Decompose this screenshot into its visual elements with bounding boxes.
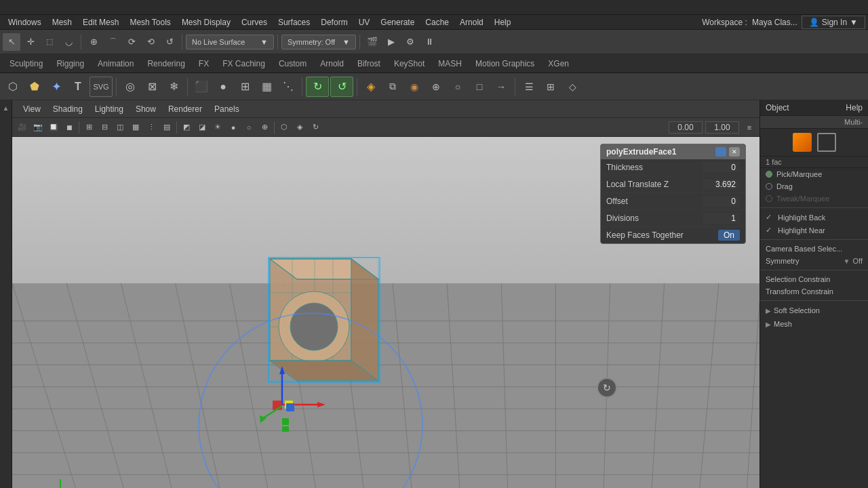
node-local-translate-value[interactable]: 3.692 xyxy=(703,179,740,190)
viewport-view-menu[interactable]: View xyxy=(18,103,46,115)
shape-sphere-icon[interactable]: ⬟ xyxy=(24,77,45,97)
tab-mash[interactable]: MASH xyxy=(431,56,469,71)
live-surface-dropdown[interactable]: No Live Surface ▼ xyxy=(186,35,274,49)
rotate2-icon[interactable]: ↺ xyxy=(330,77,353,97)
menu-item-help[interactable]: Help xyxy=(489,16,517,28)
viewport-renderer-menu[interactable]: Renderer xyxy=(163,103,208,115)
grid2-icon[interactable]: ⊕ xyxy=(426,77,446,97)
menu-item-arnold[interactable]: Arnold xyxy=(454,16,489,28)
lasso2-icon[interactable]: ⌒ xyxy=(104,33,121,51)
transform-constrain-row[interactable]: Transform Constrain xyxy=(760,285,868,298)
grid-select-icon[interactable] xyxy=(817,133,836,152)
tool5-icon[interactable]: ↺ xyxy=(161,33,178,51)
vp-layout5-icon[interactable]: ⋮ xyxy=(144,120,159,135)
tab-motion-graphics[interactable]: Motion Graphics xyxy=(469,56,541,71)
vp-layout2-icon[interactable]: ⊟ xyxy=(97,120,112,135)
vp-grid-icon[interactable]: ⊕ xyxy=(257,120,272,135)
vp-extra-icon[interactable]: ≡ xyxy=(742,120,757,135)
box-icon[interactable]: ◈ xyxy=(361,77,381,97)
mesh-header[interactable]: ▶ Mesh xyxy=(760,317,868,331)
tab-fx-caching[interactable]: FX Caching xyxy=(216,56,272,71)
symmetry-dropdown[interactable]: Symmetry: Off ▼ xyxy=(281,35,356,49)
symmetry-row[interactable]: Symmetry ▼ Off xyxy=(760,255,868,267)
render-settings-icon[interactable]: ⚙ xyxy=(401,33,419,51)
vp-cam3-icon[interactable]: 🔲 xyxy=(46,120,61,135)
tweak-marquee-option[interactable]: Tweak/Marquee xyxy=(760,192,868,205)
text-icon[interactable]: T xyxy=(68,77,88,97)
node-btn-blue[interactable] xyxy=(715,147,726,157)
vp-layout4-icon[interactable]: ▦ xyxy=(128,120,143,135)
poly-grid-icon[interactable]: ⊞ xyxy=(235,77,255,97)
viewport[interactable]: ↻ polyExtrudeFace1 ✕ Thickness 0 xyxy=(12,137,760,488)
tab-rigging[interactable]: Rigging xyxy=(50,56,91,71)
snowflake-icon[interactable]: ❄ xyxy=(163,77,184,97)
camera-icon[interactable]: ◎ xyxy=(120,77,140,97)
node-divisions-value[interactable]: 1 xyxy=(703,213,740,224)
viewport-show-menu[interactable]: Show xyxy=(130,103,161,115)
menu-item-mesh-display[interactable]: Mesh Display xyxy=(176,16,236,28)
paint-select-icon[interactable]: ⊕ xyxy=(85,33,102,51)
vp-value1[interactable]: 0.00 xyxy=(669,121,703,134)
lasso-icon[interactable]: ◡ xyxy=(60,33,77,51)
poly-plane-icon[interactable]: ▦ xyxy=(256,77,277,97)
tab-custom[interactable]: Custom xyxy=(272,56,313,71)
sidebar-scroll-up[interactable]: ▲ xyxy=(1,103,11,113)
vp-layout3-icon[interactable]: ◫ xyxy=(113,120,127,135)
shape-circle-icon[interactable]: ⬡ xyxy=(3,77,23,97)
vp-icon-c[interactable]: ↻ xyxy=(308,120,323,135)
tab-keyshot[interactable]: KeyShot xyxy=(387,56,431,71)
tab-rendering[interactable]: Rendering xyxy=(140,56,191,71)
tab-fx[interactable]: FX xyxy=(192,56,216,71)
poly-sphere-icon[interactable]: ● xyxy=(213,77,233,97)
marquee-select-icon[interactable]: ⬚ xyxy=(41,33,58,51)
menu-item-surfaces[interactable]: Surfaces xyxy=(273,16,315,28)
menu-item-cache[interactable]: Cache xyxy=(420,16,454,28)
viewport-shading-menu[interactable]: Shading xyxy=(47,103,88,115)
move-tool-icon[interactable]: ✛ xyxy=(22,33,39,51)
soft-selection-header[interactable]: ▶ Soft Selection xyxy=(760,304,868,317)
poly-cube-icon[interactable]: ⬛ xyxy=(191,77,212,97)
orbit-icon[interactable]: ↻ xyxy=(597,378,617,398)
signin-button[interactable]: 👤 Sign In ▼ xyxy=(802,16,865,29)
select-tool-icon[interactable]: ↖ xyxy=(3,33,20,51)
pick-marquee-option[interactable]: Pick/Marquee xyxy=(760,168,868,180)
menu-item-generate[interactable]: Generate xyxy=(375,16,420,28)
node-keep-faces-value[interactable]: On xyxy=(718,230,740,241)
vp-cam2-icon[interactable]: 📷 xyxy=(31,120,45,135)
node-thickness-value[interactable]: 0 xyxy=(703,162,740,173)
shape-star-icon[interactable]: ✦ xyxy=(46,77,66,97)
viewport-panels-menu[interactable]: Panels xyxy=(209,103,245,115)
menu-item-uv[interactable]: UV xyxy=(353,16,376,28)
vp-layout-icon[interactable]: ⊞ xyxy=(81,120,96,135)
tab-bifrost[interactable]: Bifrost xyxy=(351,56,387,71)
svg-icon[interactable]: SVG xyxy=(90,77,113,97)
menu-item-edit-mesh[interactable]: Edit Mesh xyxy=(77,16,124,28)
grid3-icon[interactable]: ⊞ xyxy=(540,77,561,97)
render-icon[interactable]: 🎬 xyxy=(363,33,381,51)
target-icon[interactable]: ⊠ xyxy=(142,77,162,97)
vp-icon-b[interactable]: ◈ xyxy=(292,120,307,135)
vp-light-icon[interactable]: ☀ xyxy=(210,120,225,135)
camera-based-row[interactable]: Camera Based Selec... xyxy=(760,243,868,255)
material-icon[interactable]: ◉ xyxy=(404,77,425,97)
vp-object-icon[interactable]: ◩ xyxy=(179,120,194,135)
vp-shading-icon[interactable]: ● xyxy=(226,120,241,135)
tab-sculpting[interactable]: Sculpting xyxy=(3,56,50,71)
ipr-icon[interactable]: ▶ xyxy=(382,33,400,51)
menu-item-windows[interactable]: Windows xyxy=(3,16,47,28)
menu-item-curves[interactable]: Curves xyxy=(236,16,273,28)
tab-animation[interactable]: Animation xyxy=(91,56,140,71)
menu-item-mesh-tools[interactable]: Mesh Tools xyxy=(124,16,176,28)
outliner-icon[interactable]: ☰ xyxy=(519,77,539,97)
arrow2-icon[interactable]: → xyxy=(491,77,511,97)
vp-icon4[interactable]: ⏹ xyxy=(62,120,77,135)
stack-icon[interactable]: ⧉ xyxy=(382,77,403,97)
vp-cam-icon[interactable]: 🎥 xyxy=(15,120,30,135)
scatter-icon[interactable]: ⋱ xyxy=(278,77,298,97)
menu-item-mesh[interactable]: Mesh xyxy=(47,16,77,28)
tab-xgen[interactable]: XGen xyxy=(541,56,576,71)
highlight-back-option[interactable]: ✓ Highlight Back xyxy=(760,211,868,224)
object-menu[interactable]: Object xyxy=(766,103,789,113)
box2-icon[interactable]: □ xyxy=(469,77,490,97)
sphere2-icon[interactable]: ○ xyxy=(448,77,468,97)
